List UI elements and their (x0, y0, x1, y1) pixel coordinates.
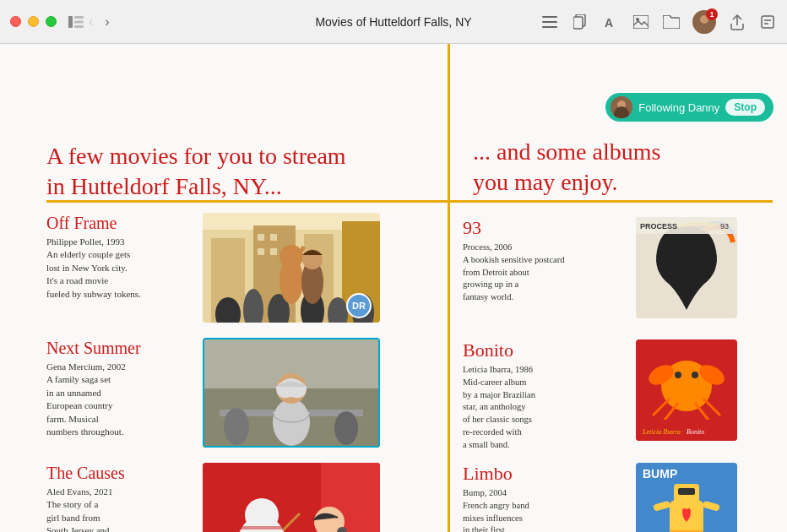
svg-rect-3 (74, 25, 84, 28)
window-title: Movies of Hutteldorf Falls, NY (315, 15, 471, 29)
back-button[interactable]: ‹ (85, 13, 96, 31)
album-title-bonito: Bonito (463, 339, 627, 361)
svg-point-48 (224, 408, 249, 445)
stop-button[interactable]: Stop (725, 99, 765, 116)
album-cover-limbo: BUMP LIMBO (636, 463, 737, 532)
album-entry-bonito: Bonito Leticia Ibarra, 1986Mid-career al… (463, 339, 737, 451)
svg-rect-1 (74, 16, 84, 19)
folder-icon[interactable] (662, 14, 681, 30)
text-icon[interactable]: A (601, 14, 620, 30)
album-text-limbo: Limbo Bump, 2004French angry bandmixes i… (463, 463, 627, 532)
svg-rect-26 (258, 234, 264, 241)
album-title-93: 93 (463, 217, 627, 239)
svg-text:A: A (605, 16, 613, 30)
movie-title-off-frame: Off Frame (46, 213, 194, 233)
album-cover-bonito: Leticia Ibarra Bonito (636, 339, 737, 441)
album-title-limbo: Limbo (463, 463, 627, 485)
titlebar-tools: A 1 (540, 10, 777, 34)
right-section-header: ... and some albumsyou may enjoy. (473, 137, 768, 198)
traffic-lights (10, 16, 57, 27)
navigation-buttons: ‹ › (85, 13, 113, 31)
album-text-93: 93 Process, 2006A bookish sensitive post… (463, 217, 627, 318)
profile-area[interactable]: 1 (692, 10, 716, 34)
close-button[interactable] (10, 16, 21, 27)
share-icon[interactable] (728, 14, 746, 30)
movie-title-next-summer: Next Summer (46, 338, 194, 358)
collab-avatar (611, 96, 632, 118)
svg-rect-4 (542, 16, 557, 18)
svg-point-18 (617, 100, 626, 109)
maximize-button[interactable] (46, 16, 57, 27)
album-meta-bonito: Leticia Ibarra, 1986Mid-career albumby a… (463, 364, 627, 451)
album-cover-93: PROCESS 93 (636, 217, 737, 318)
dr-avatar: DR (346, 293, 372, 318)
edit-icon[interactable] (758, 14, 777, 30)
movie-text-next-summer: Next Summer Gena Mercium, 2002A family s… (46, 338, 194, 448)
canvas: Following Danny Stop A few movies for yo… (0, 44, 787, 532)
titlebar: ‹ › Movies of Hutteldorf Falls, NY A (0, 0, 787, 44)
svg-rect-5 (542, 21, 557, 23)
album-entry-93: 93 Process, 2006A bookish sensitive post… (463, 217, 737, 318)
svg-point-75 (675, 372, 681, 378)
notification-badge: 1 (706, 8, 718, 20)
movie-entry-the-causes: The Causes Aled Evans, 2021The story of … (46, 463, 380, 532)
right-header-text: ... and some albumsyou may enjoy. (473, 138, 660, 195)
svg-text:93: 93 (720, 222, 729, 231)
svg-text:Leticia Ibarra: Leticia Ibarra (642, 428, 681, 436)
svg-rect-55 (241, 526, 283, 529)
movie-text-off-frame: Off Frame Philippe Pollet, 1993An elderl… (46, 213, 194, 323)
left-section-header: A few movies for you to streamin Hutteld… (46, 141, 426, 203)
svg-point-17 (611, 96, 632, 118)
movie-entry-next-summer: Next Summer Gena Mercium, 2002A family s… (46, 338, 380, 448)
svg-rect-0 (68, 16, 73, 28)
svg-point-76 (692, 372, 698, 378)
svg-point-19 (614, 113, 629, 118)
svg-rect-2 (74, 20, 84, 23)
svg-rect-14 (762, 16, 773, 28)
movie-meta-next-summer: Gena Mercium, 2002A family saga setin an… (46, 361, 194, 438)
movie-title-the-causes: The Causes (46, 463, 194, 483)
list-view-icon[interactable] (540, 14, 559, 30)
svg-rect-6 (542, 26, 557, 28)
image-icon[interactable] (632, 14, 650, 30)
svg-rect-29 (270, 248, 277, 255)
album-meta-limbo: Bump, 2004French angry bandmixes influen… (463, 487, 627, 532)
svg-text:PROCESS: PROCESS (640, 222, 677, 231)
movie-image-the-causes (203, 463, 380, 532)
movie-entry-off-frame: Off Frame Philippe Pollet, 1993An elderl… (46, 213, 380, 323)
left-header-text: A few movies for you to streamin Hutteld… (46, 141, 426, 203)
movie-meta-the-causes: Aled Evans, 2021The story of agirl band … (46, 486, 194, 532)
copy-icon[interactable] (571, 14, 589, 30)
svg-point-13 (697, 26, 712, 34)
svg-rect-10 (633, 15, 649, 29)
svg-rect-8 (573, 17, 583, 29)
album-meta-93: Process, 2006A bookish sensitive postcar… (463, 242, 627, 303)
album-text-bonito: Bonito Leticia Ibarra, 1986Mid-career al… (463, 339, 627, 451)
sidebar-toggle-icon[interactable] (67, 14, 85, 30)
collaboration-bar: Following Danny Stop (605, 93, 773, 122)
svg-rect-27 (270, 234, 277, 241)
movie-text-the-causes: The Causes Aled Evans, 2021The story of … (46, 463, 194, 532)
movie-image-next-summer (203, 338, 380, 448)
album-entry-limbo: Limbo Bump, 2004French angry bandmixes i… (463, 463, 737, 532)
vertical-divider (448, 44, 450, 532)
forward-button[interactable]: › (101, 13, 112, 31)
svg-rect-84 (678, 488, 695, 495)
svg-text:BUMP: BUMP (643, 467, 677, 480)
movie-meta-off-frame: Philippe Pollet, 1993An elderly couple g… (46, 236, 194, 301)
svg-rect-28 (258, 248, 264, 255)
collab-label: Following Danny (638, 101, 719, 114)
minimize-button[interactable] (28, 16, 39, 27)
movie-image-off-frame: DR (203, 213, 380, 323)
svg-point-49 (334, 411, 358, 445)
svg-text:Bonito: Bonito (687, 428, 704, 436)
